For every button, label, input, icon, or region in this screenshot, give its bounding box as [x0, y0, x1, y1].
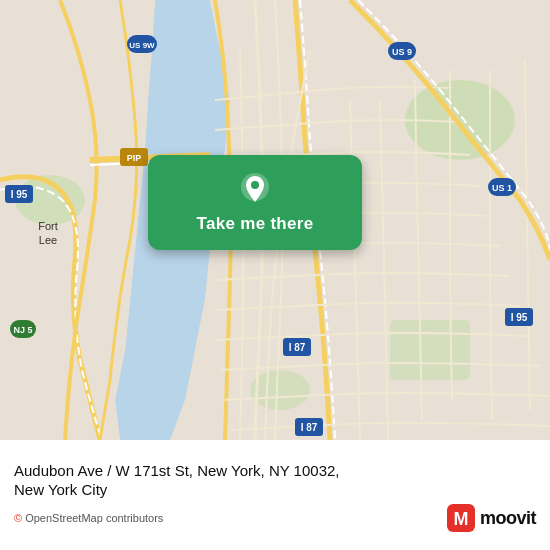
moovit-logo: M moovit	[447, 504, 536, 532]
bottom-info-bar: Audubon Ave / W 171st St, New York, NY 1…	[0, 440, 550, 550]
svg-point-9	[250, 370, 310, 410]
svg-text:Lee: Lee	[39, 234, 57, 246]
copyright-symbol: ©	[14, 512, 22, 524]
svg-text:M: M	[453, 509, 468, 529]
svg-text:PIP: PIP	[127, 153, 142, 163]
take-me-there-label: Take me there	[197, 214, 314, 234]
svg-text:US 9: US 9	[392, 47, 412, 57]
location-pin-icon	[237, 172, 273, 208]
svg-point-35	[251, 181, 259, 189]
take-me-there-button[interactable]: Take me there	[148, 155, 362, 250]
svg-text:US 1: US 1	[492, 183, 512, 193]
svg-text:I 95: I 95	[511, 312, 528, 323]
svg-text:I 87: I 87	[301, 422, 318, 433]
osm-credit-label: OpenStreetMap contributors	[25, 512, 163, 524]
moovit-brand-icon: M	[447, 504, 475, 532]
svg-text:NJ 5: NJ 5	[13, 325, 32, 335]
osm-credit-text: © OpenStreetMap contributors	[14, 512, 163, 524]
svg-text:US 9W: US 9W	[129, 41, 155, 50]
svg-text:Fort: Fort	[38, 220, 58, 232]
moovit-brand-text: moovit	[480, 508, 536, 529]
address-text: Audubon Ave / W 171st St, New York, NY 1…	[14, 462, 536, 479]
svg-text:I 87: I 87	[289, 342, 306, 353]
map-view: I 95 I 95 US 9W US 9 US 1 I 87 I 87 I 87…	[0, 0, 550, 440]
city-text: New York City	[14, 481, 536, 498]
svg-text:I 95: I 95	[11, 189, 28, 200]
svg-rect-8	[390, 320, 470, 380]
